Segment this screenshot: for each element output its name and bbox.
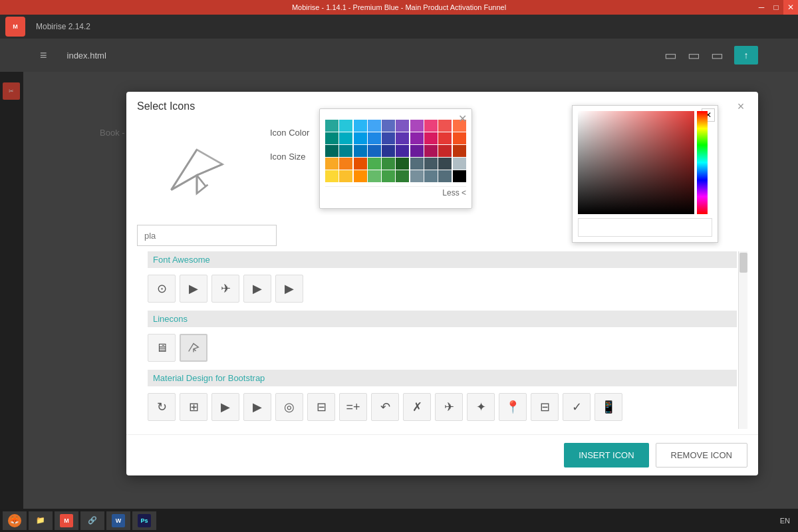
icon-row-fa: ⊙ ▶ ✈ ▶ ▶ — [148, 272, 737, 305]
layout-icon-1[interactable]: ▭ — [664, 47, 677, 63]
icon-btn-play-m[interactable]: ▶ — [211, 393, 239, 421]
color-green-dd[interactable] — [396, 158, 409, 170]
color-grey-2[interactable] — [424, 158, 438, 170]
color-violet-d[interactable] — [410, 132, 424, 144]
color-blue-dd[interactable] — [368, 145, 381, 157]
color-grey-1[interactable] — [410, 158, 424, 170]
color-bluegrey-2[interactable] — [424, 170, 438, 182]
color-lb-d[interactable] — [354, 132, 367, 144]
title-bar-text: Mobirise - 1.14.1 - Premium Blue - Main … — [292, 3, 506, 11]
layout-icon-3[interactable]: ▭ — [711, 47, 724, 63]
icon-btn-play-rect[interactable]: ▶ — [275, 275, 303, 303]
color-amber[interactable] — [339, 158, 352, 170]
color-purple[interactable] — [396, 120, 409, 132]
color-bluegrey-3[interactable] — [438, 170, 452, 182]
hue-bar[interactable] — [697, 111, 708, 214]
gradient-area[interactable] — [578, 111, 694, 214]
maximize-button[interactable]: □ — [769, 0, 783, 15]
icon-btn-location[interactable]: 📍 — [499, 393, 527, 421]
remove-icon-button[interactable]: REMOVE ICON — [656, 443, 747, 467]
color-blue[interactable] — [368, 120, 381, 132]
taskbar-btn-filezilla[interactable]: 🔗 — [80, 511, 104, 530]
icon-grid-area[interactable]: Font Awesome ⊙ ▶ ✈ ▶ ▶ Linecons — [137, 251, 747, 429]
color-teal[interactable] — [325, 120, 338, 132]
color-lightblue[interactable] — [354, 120, 367, 132]
color-amber-l[interactable] — [339, 170, 352, 182]
color-violet-dd[interactable] — [410, 145, 424, 157]
icon-btn-plane[interactable]: ✈ — [211, 275, 239, 303]
color-indigo[interactable] — [382, 120, 395, 132]
color-grey-3[interactable] — [438, 158, 452, 170]
color-purple-d[interactable] — [396, 132, 409, 144]
icon-btn-bag[interactable]: ⊟ — [307, 393, 335, 421]
color-yellow-l[interactable] — [325, 170, 338, 182]
color-red-d[interactable] — [438, 132, 452, 144]
search-input[interactable] — [137, 225, 277, 246]
color-bluegrey-1[interactable] — [410, 170, 424, 182]
color-cyan-d[interactable] — [339, 132, 352, 144]
color-cyan-dd[interactable] — [339, 145, 352, 157]
taskbar-btn-files[interactable]: 📁 — [29, 511, 53, 530]
taskbar-btn-firefox[interactable]: 🦊 — [3, 511, 27, 530]
color-pink-d[interactable] — [424, 132, 438, 144]
color-green-dm[interactable] — [396, 170, 409, 182]
color-orange-dd[interactable] — [453, 145, 466, 157]
color-grey-light[interactable] — [453, 158, 466, 170]
color-picker-close[interactable]: ✕ — [456, 112, 469, 125]
menu-icon[interactable]: ≡ — [40, 49, 47, 63]
icon-btn-star[interactable]: ✦ — [467, 393, 495, 421]
color-pink[interactable] — [424, 120, 438, 132]
color-deeporange[interactable] — [354, 158, 367, 170]
taskbar-btn-photoshop[interactable]: Ps — [132, 511, 156, 530]
color-teal-d[interactable] — [325, 132, 338, 144]
minimize-button[interactable]: ─ — [754, 0, 769, 15]
icon-btn-no-fly[interactable]: ✗ — [403, 393, 431, 421]
less-link[interactable]: Less < — [442, 188, 466, 198]
hex-input[interactable] — [578, 218, 712, 237]
taskbar-btn-word[interactable]: W — [106, 511, 130, 530]
icon-btn-play[interactable]: ▶ — [180, 275, 207, 303]
color-green-d[interactable] — [382, 158, 395, 170]
close-button[interactable]: ✕ — [783, 0, 798, 15]
layout-icon-2[interactable]: ▭ — [688, 47, 700, 63]
icon-btn-play-circle-2[interactable]: ▶ — [243, 275, 271, 303]
scrollbar-track[interactable] — [738, 251, 747, 429]
icon-btn-airplane-m[interactable]: ✈ — [435, 393, 463, 421]
icon-btn-play-circle-m[interactable]: ▶ — [243, 393, 271, 421]
category-material: Material Design for Bootstrap ↻ ⊞ ▶ ▶ ◎ … — [148, 370, 737, 424]
color-yellow[interactable] — [325, 158, 338, 170]
color-purple-dd[interactable] — [396, 145, 409, 157]
color-lb-dd[interactable] — [354, 145, 367, 157]
color-indigo-dd[interactable] — [382, 145, 395, 157]
color-green[interactable] — [368, 158, 381, 170]
modal-close-button[interactable]: × — [734, 100, 747, 113]
icon-btn-replay[interactable]: ↶ — [371, 393, 399, 421]
color-deeporange-l[interactable] — [354, 170, 367, 182]
color-blue-d[interactable] — [368, 132, 381, 144]
color-green-m[interactable] — [382, 170, 395, 182]
icon-btn-shop[interactable]: ⊟ — [531, 393, 559, 421]
color-black[interactable] — [453, 170, 466, 182]
icon-btn-tablet-m[interactable]: 📱 — [595, 393, 622, 421]
color-red-dd[interactable] — [438, 145, 452, 157]
icon-btn-refresh[interactable]: ↻ — [148, 393, 176, 421]
icon-btn-check[interactable]: ✓ — [563, 393, 591, 421]
color-cyan[interactable] — [339, 120, 352, 132]
insert-icon-button[interactable]: INSERT ICON — [564, 443, 648, 467]
upload-button[interactable]: ↑ — [734, 46, 758, 65]
taskbar-btn-mobirise[interactable]: M — [55, 511, 78, 530]
color-pink-dd[interactable] — [424, 145, 438, 157]
icon-btn-play-circle[interactable]: ⊙ — [148, 275, 176, 303]
icon-btn-playlist[interactable]: =+ — [339, 393, 367, 421]
color-red[interactable] — [438, 120, 452, 132]
color-teal-dd[interactable] — [325, 145, 338, 157]
scrollbar-thumb[interactable] — [739, 253, 747, 273]
color-green-l[interactable] — [368, 170, 381, 182]
color-orange-d[interactable] — [453, 132, 466, 144]
icon-btn-monitor[interactable]: 🖥 — [148, 334, 176, 362]
color-indigo-d[interactable] — [382, 132, 395, 144]
icon-btn-paper-plane[interactable] — [180, 334, 207, 362]
icon-btn-play-outline[interactable]: ◎ — [275, 393, 303, 421]
color-violet[interactable] — [410, 120, 424, 132]
icon-btn-tablet[interactable]: ⊞ — [180, 393, 207, 421]
